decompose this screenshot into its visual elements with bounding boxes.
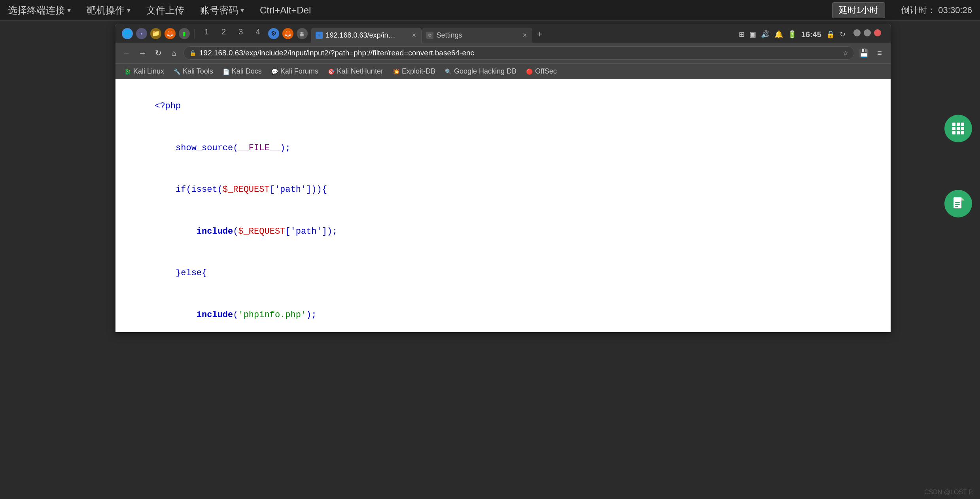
divider	[195, 29, 195, 38]
clock-display: 16:45	[801, 30, 821, 39]
code-line-6: include('phpinfo.php');	[123, 294, 883, 332]
select-endpoint[interactable]: 选择终端连接 ▾	[8, 4, 71, 17]
refresh-icon: ↻	[840, 30, 846, 39]
tab1-favicon: i	[316, 32, 323, 39]
svg-rect-4	[961, 123, 964, 126]
kali-linux-icon: 🐉	[124, 68, 131, 75]
svg-rect-14	[955, 206, 958, 207]
kali-icon: ⚙	[268, 28, 279, 39]
bell-icon: 🔔	[774, 30, 783, 39]
extend-button[interactable]: 延时1小时	[832, 2, 885, 18]
security-icon: 🔒	[189, 50, 196, 56]
code-line-1: <?php	[123, 85, 883, 127]
tab-2[interactable]: ⚙ Settings ✕	[422, 28, 532, 43]
code-line-3: if(isset($_REQUEST['path'])){	[123, 169, 883, 211]
tab1-close[interactable]: ✕	[412, 32, 416, 38]
new-tab-button[interactable]: +	[532, 28, 547, 43]
square-icon: ▪	[136, 28, 147, 39]
svg-rect-6	[957, 127, 960, 130]
screen-icon: ▦	[297, 28, 308, 39]
svg-rect-13	[955, 204, 960, 205]
dropdown-arrow: ▾	[240, 6, 244, 15]
maximize-button[interactable]	[864, 29, 871, 36]
doc-icon	[951, 197, 965, 211]
svg-rect-5	[952, 127, 955, 130]
nav-right-icons: 💾 ≡	[857, 47, 886, 59]
bookmark-kali-tools[interactable]: 🔧 Kali Tools	[170, 66, 217, 77]
lock-icon: 🔒	[826, 30, 835, 39]
browser-chrome: 🌐 ▪ 📁 🦊 ▮ 1 2 3 4 ⚙ 🦊 ▦ i 192.168.0.63/e…	[115, 24, 891, 79]
svg-rect-7	[961, 127, 964, 130]
kali-forums-icon: 💬	[271, 68, 278, 75]
tab-num-1[interactable]: 1	[200, 27, 214, 40]
bookmark-nethunter[interactable]: 🎯 Kali NetHunter	[324, 66, 387, 77]
folder-icon: 📁	[150, 28, 161, 39]
minimize-button[interactable]	[853, 29, 861, 36]
code-line-4: include($_REQUEST['path']);	[123, 211, 883, 253]
bookmark-kali-forums[interactable]: 💬 Kali Forums	[267, 66, 322, 77]
volume-icon: 🔊	[761, 30, 770, 39]
bookmark-google-hacking[interactable]: 🔍 Google Hacking DB	[441, 66, 520, 77]
svg-rect-12	[955, 202, 960, 203]
tab-1[interactable]: i 192.168.0.63/exp/include2/in ✕	[311, 28, 422, 43]
tab-num-4[interactable]: 4	[251, 27, 265, 40]
tab-num-2[interactable]: 2	[217, 27, 231, 40]
network-icon	[951, 121, 966, 136]
offsec-icon: 🔴	[526, 68, 533, 75]
bookmark-kali-linux[interactable]: 🐉 Kali Linux	[120, 66, 168, 77]
kali-docs-icon: 📄	[223, 68, 229, 75]
grid-icon: ⊞	[739, 30, 745, 39]
reload-button[interactable]: ↻	[152, 47, 165, 59]
kali-tools-icon: 🔧	[174, 68, 180, 75]
ctrl-alt-del[interactable]: Ctrl+Alt+Del	[260, 5, 311, 16]
watermark: CSDN @LOST P.	[924, 489, 974, 496]
dropdown-arrow: ▾	[127, 6, 131, 15]
nav-bar: ← → ↻ ⌂ 🔒 192.168.0.63/exp/include2/inpu…	[115, 43, 891, 63]
close-button[interactable]	[874, 29, 881, 36]
doc-side-button[interactable]	[944, 190, 972, 217]
google-hacking-icon: 🔍	[445, 68, 452, 75]
tab-num-3[interactable]: 3	[234, 27, 248, 40]
nethunter-icon: 🎯	[328, 68, 335, 75]
browser-app-icons: 🌐 ▪ 📁 🦊 ▮ 1 2 3 4 ⚙ 🦊 ▦	[119, 27, 311, 43]
bookmark-offsec[interactable]: 🔴 OffSec	[522, 66, 561, 77]
battery-icon: 🔋	[788, 30, 796, 39]
exploit-db-icon: 💥	[393, 68, 399, 75]
svg-rect-2	[952, 123, 955, 126]
pocket-icon[interactable]: 💾	[857, 47, 870, 59]
screen2-icon: ▣	[749, 30, 756, 39]
forward-button[interactable]: →	[136, 47, 149, 59]
fox2-icon: 🦊	[282, 28, 293, 39]
svg-rect-3	[957, 123, 960, 126]
window-controls	[850, 29, 884, 40]
fox-icon: 🦊	[165, 28, 176, 39]
account-pwd[interactable]: 账号密码 ▾	[200, 4, 244, 17]
system-tray: ⊞ ▣ 🔊 🔔 🔋 16:45 🔒 ↻	[739, 29, 891, 43]
browser-window: 🌐 ▪ 📁 🦊 ▮ 1 2 3 4 ⚙ 🦊 ▦ i 192.168.0.63/e…	[115, 24, 891, 332]
back-button[interactable]: ←	[120, 47, 133, 59]
home-button[interactable]: ⌂	[168, 47, 180, 59]
terminal-icon: ▮	[179, 28, 190, 39]
menu-button[interactable]: ≡	[873, 47, 886, 59]
browser-logo-icon: 🌐	[122, 28, 133, 39]
code-line-2: show_source(__FILE__);	[123, 127, 883, 169]
tab-bar: 🌐 ▪ 📁 🦊 ▮ 1 2 3 4 ⚙ 🦊 ▦ i 192.168.0.63/e…	[115, 24, 891, 43]
bookmarks-bar: 🐉 Kali Linux 🔧 Kali Tools 📄 Kali Docs 💬 …	[115, 63, 891, 79]
network-side-button[interactable]	[944, 115, 972, 142]
bookmark-star-icon: ☆	[843, 49, 848, 57]
tab2-close[interactable]: ✕	[522, 32, 527, 38]
code-line-5: }else{	[123, 252, 883, 294]
url-text: 192.168.0.63/exp/include2/input/input2/?…	[199, 49, 840, 57]
dropdown-arrow: ▾	[67, 6, 71, 15]
countdown-display: 倒计时： 03:30:26	[901, 4, 972, 16]
svg-rect-10	[961, 131, 964, 134]
bookmark-kali-docs[interactable]: 📄 Kali Docs	[219, 66, 266, 77]
svg-rect-8	[952, 131, 955, 134]
bookmark-exploit-db[interactable]: 💥 Exploit-DB	[389, 66, 439, 77]
page-content: <?php show_source(__FILE__); if(isset($_…	[115, 79, 891, 332]
address-bar[interactable]: 🔒 192.168.0.63/exp/include2/input/input2…	[184, 46, 854, 60]
svg-rect-9	[957, 131, 960, 134]
target-ops[interactable]: 靶机操作 ▾	[87, 4, 131, 17]
top-toolbar: 选择终端连接 ▾ 靶机操作 ▾ 文件上传 账号密码 ▾ Ctrl+Alt+Del…	[0, 0, 980, 21]
file-upload[interactable]: 文件上传	[146, 4, 184, 17]
